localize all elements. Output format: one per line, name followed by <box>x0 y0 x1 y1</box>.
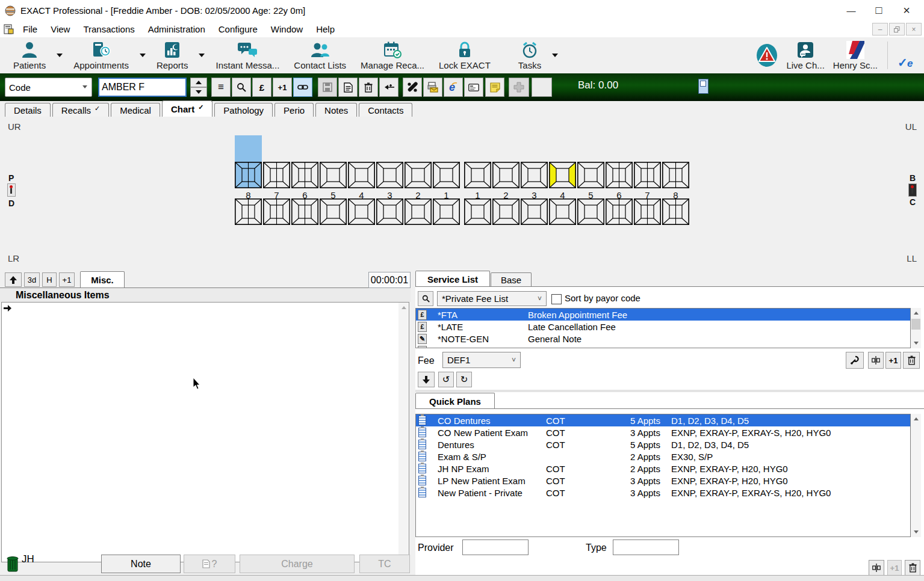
service-row[interactable]: ✎*NOTE-TSTooth Specific Note <box>416 345 910 348</box>
upper-tooth-7-right[interactable] <box>263 162 290 188</box>
lower-tooth-5-left[interactable] <box>577 198 604 225</box>
tab-misc[interactable]: Misc. <box>80 271 125 288</box>
upper-tooth-7-left[interactable] <box>634 162 661 188</box>
quick-plans-list[interactable]: CO DenturesCOT5 ApptsD1, D2, D3, D4, D5C… <box>415 414 911 537</box>
print-button[interactable] <box>338 78 358 97</box>
menu-file[interactable]: File <box>16 22 44 36</box>
upper-tooth-3-right[interactable] <box>376 162 403 188</box>
patient-search-input[interactable] <box>98 78 187 97</box>
search-button[interactable] <box>232 78 251 97</box>
provider-input[interactable] <box>462 540 529 555</box>
rotate-left-button[interactable]: ↺ <box>438 372 454 387</box>
upper-tooth-5-right[interactable] <box>320 162 347 188</box>
instant-messages-button[interactable]: Instant Messa... <box>208 38 287 72</box>
tasks-button[interactable]: Tasks <box>511 38 548 72</box>
upper-tooth-2-right[interactable] <box>405 162 432 188</box>
manage-recalls-button[interactable]: Manage Reca... <box>353 38 432 72</box>
quick-plans-scrollbar[interactable] <box>911 414 921 537</box>
patients-dropdown-caret[interactable] <box>57 54 63 57</box>
scroll-up-button[interactable] <box>911 308 921 318</box>
add-button[interactable] <box>509 78 529 97</box>
scroll-up-button[interactable] <box>398 303 409 313</box>
history-button[interactable]: H <box>42 272 57 287</box>
sort-by-payor-checkbox[interactable] <box>551 294 562 304</box>
upper-tooth-1-right[interactable] <box>433 162 460 188</box>
plan-delete-button[interactable] <box>905 560 920 576</box>
window-close-button[interactable]: × <box>893 2 920 20</box>
menu-transactions[interactable]: Transactions <box>76 22 141 36</box>
spinner-up-button[interactable] <box>190 78 207 87</box>
menu-configure[interactable]: Configure <box>212 22 264 36</box>
service-row[interactable]: £*LATELate Cancellation Fee <box>416 321 910 333</box>
alert-button[interactable] <box>751 38 783 72</box>
blank-button[interactable] <box>532 78 552 97</box>
scroll-down-button[interactable] <box>911 527 921 537</box>
sticky-note-button[interactable] <box>485 78 504 97</box>
service-split-button[interactable] <box>868 352 884 369</box>
misc-scrollbar[interactable] <box>398 303 409 562</box>
reports-dropdown-caret[interactable] <box>199 54 205 57</box>
service-row[interactable]: ✎*NOTE-GENGeneral Note <box>416 333 910 345</box>
delete-button[interactable] <box>359 78 378 97</box>
service-row[interactable]: £*FTABroken Appointment Fee <box>416 309 910 321</box>
menu-window[interactable]: Window <box>264 22 309 36</box>
lower-tooth-8-right[interactable] <box>235 198 262 225</box>
note-button[interactable]: Note <box>101 555 181 573</box>
window-minimize-button[interactable]: — <box>837 2 865 20</box>
patient-spinner[interactable] <box>190 78 207 97</box>
service-list[interactable]: £*FTABroken Appointment Fee£*LATELate Ca… <box>415 308 911 348</box>
service-search-button[interactable] <box>418 291 433 306</box>
appointments-button[interactable]: Appointments <box>66 38 136 72</box>
lower-tooth-3-left[interactable] <box>521 198 548 225</box>
code-select[interactable]: Code <box>5 78 92 97</box>
upper-tooth-6-right[interactable] <box>291 162 318 188</box>
fee-dropdown[interactable]: DEF1 ˅ <box>442 352 521 368</box>
tab-recalls[interactable]: Recalls✓ <box>52 103 109 117</box>
tab-notes[interactable]: Notes <box>315 103 357 117</box>
lower-tooth-6-right[interactable] <box>291 198 318 225</box>
lower-tooth-2-right[interactable] <box>405 198 432 225</box>
tab-perio[interactable]: Perio <box>274 103 314 117</box>
fee-list-dropdown[interactable]: *Private Fee List ˅ <box>437 291 547 306</box>
scroll-up-button[interactable] <box>911 414 921 424</box>
quick-plan-row[interactable]: JH NP ExamCOT2 ApptsEXNP, EXRAY-P, H20, … <box>416 463 910 475</box>
link-button[interactable] <box>293 78 312 97</box>
service-delete-button[interactable] <box>903 352 920 369</box>
mdi-close-button[interactable]: × <box>906 23 922 35</box>
lock-exact-button[interactable]: Lock EXACT <box>432 38 498 72</box>
doc-query-button[interactable]: ? <box>184 555 235 573</box>
lower-tooth-7-left[interactable] <box>634 198 661 225</box>
plus-one-misc-button[interactable]: +1 <box>59 272 75 287</box>
phone-button[interactable] <box>403 78 422 97</box>
plus-one-button[interactable]: +1 <box>273 78 292 97</box>
spinner-down-button[interactable] <box>190 87 207 97</box>
charge-button[interactable]: Charge <box>240 555 355 573</box>
mdi-restore-button[interactable] <box>889 23 905 35</box>
move-down-button[interactable] <box>418 372 435 387</box>
exact-sync-button[interactable]: ✓ e <box>893 38 924 72</box>
menu-help[interactable]: Help <box>309 22 341 36</box>
upper-tooth-4-right[interactable] <box>348 162 375 188</box>
service-list-scrollbar[interactable] <box>911 308 921 348</box>
upper-tooth-6-left[interactable] <box>606 162 633 188</box>
mdi-minimize-button[interactable]: – <box>872 23 888 35</box>
tab-contacts[interactable]: Contacts <box>359 103 412 117</box>
upper-tooth-4-left[interactable] <box>549 162 576 188</box>
upper-tooth-8-left[interactable] <box>662 162 689 188</box>
tab-pathology[interactable]: Pathology <box>214 103 273 117</box>
plan-split-button[interactable] <box>869 560 884 576</box>
lower-tooth-6-left[interactable] <box>606 198 633 225</box>
scroll-thumb[interactable] <box>911 319 920 330</box>
quick-plan-row[interactable]: DenturesCOT5 ApptsD1, D2, D3, D4, D5 <box>416 438 910 450</box>
save-button[interactable] <box>318 78 337 97</box>
service-plus-one-button[interactable]: +1 <box>885 352 901 369</box>
patients-button[interactable]: Patients <box>6 38 53 72</box>
merge-button[interactable] <box>379 78 398 97</box>
tab-service-list[interactable]: Service List <box>415 271 490 287</box>
upper-tooth-5-left[interactable] <box>577 162 604 188</box>
tab-base[interactable]: Base <box>491 272 532 287</box>
web-button[interactable]: e <box>444 78 463 97</box>
fees-button[interactable]: £ <box>252 78 271 97</box>
appointments-dropdown-caret[interactable] <box>140 54 146 57</box>
menu-view[interactable]: View <box>44 22 76 36</box>
